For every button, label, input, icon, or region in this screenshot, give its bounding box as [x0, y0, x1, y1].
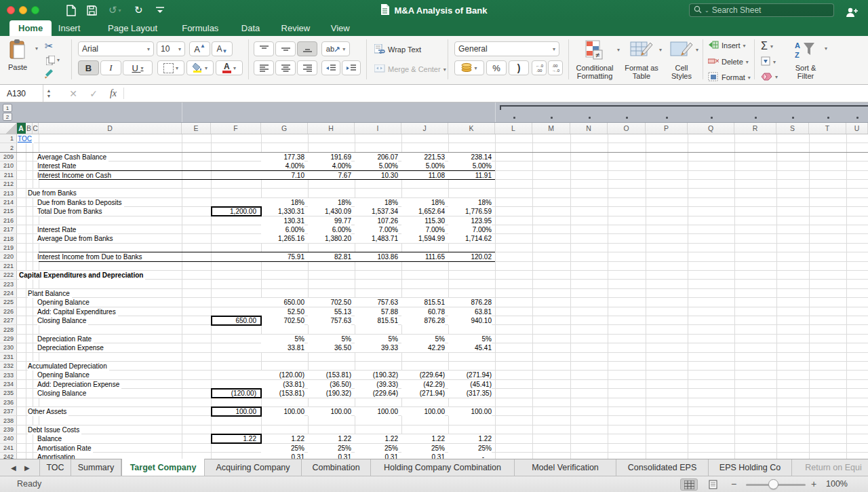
- outline-collapse-dot[interactable]: [711, 117, 713, 119]
- underline-button[interactable]: U ▾: [123, 60, 153, 75]
- row-header-226[interactable]: 226: [0, 307, 17, 316]
- row-header-224[interactable]: 224: [0, 289, 17, 297]
- column-header-I[interactable]: I: [355, 123, 401, 134]
- insert-function-icon[interactable]: fx: [105, 85, 121, 102]
- fill-color-button[interactable]: ▾: [186, 60, 214, 75]
- row-header-225[interactable]: 225: [0, 298, 17, 306]
- ribbon-tab-review[interactable]: Review: [273, 20, 319, 36]
- copy-caret-icon[interactable]: ▾: [57, 57, 60, 63]
- paste-button[interactable]: Paste: [8, 39, 27, 71]
- row-header-230[interactable]: 230: [0, 343, 17, 352]
- zoom-in-icon[interactable]: +: [811, 478, 816, 489]
- row-header-241[interactable]: 241: [0, 444, 17, 452]
- column-header-D[interactable]: D: [39, 123, 182, 134]
- ribbon-tab-view[interactable]: View: [322, 20, 359, 36]
- conditional-formatting-button[interactable]: ≠ Conditional Formatting: [574, 40, 616, 80]
- row-header-237[interactable]: 237: [0, 407, 17, 415]
- currency-format-button[interactable]: ▾: [454, 60, 484, 75]
- sheet-tab-eps-holding-co[interactable]: EPS Holding Co: [709, 459, 792, 476]
- outline-collapse-dot[interactable]: [626, 117, 628, 119]
- ribbon-tab-insert[interactable]: Insert: [50, 20, 90, 36]
- ribbon-tab-home[interactable]: Home: [9, 20, 52, 36]
- column-header-T[interactable]: T: [809, 123, 846, 134]
- search-scope-chevron-icon[interactable]: ⌄: [705, 7, 709, 14]
- sheet-tab-consolidated-eps[interactable]: Consolidated EPS: [616, 459, 709, 476]
- font-name-select[interactable]: Arial▾: [78, 41, 154, 56]
- row-header-239[interactable]: 239: [0, 425, 17, 434]
- column-header-F[interactable]: F: [211, 123, 261, 134]
- align-right-button[interactable]: [297, 60, 317, 75]
- font-color-button[interactable]: A ▾: [216, 60, 243, 75]
- shrink-font-button[interactable]: A▼: [212, 41, 233, 56]
- row-header-212[interactable]: 212: [0, 180, 17, 188]
- row-header-231[interactable]: 231: [0, 353, 17, 361]
- insert-cells-button[interactable]: Insert▾: [708, 40, 746, 51]
- row-header-240[interactable]: 240: [0, 434, 17, 442]
- row-header-219[interactable]: 219: [0, 244, 17, 252]
- row-header-209[interactable]: 209: [0, 153, 17, 161]
- cell-styles-button[interactable]: Cell Styles: [666, 40, 697, 80]
- row-header-217[interactable]: 217: [0, 225, 17, 233]
- format-painter-icon[interactable]: [45, 69, 56, 81]
- cancel-icon[interactable]: ✕: [65, 85, 81, 102]
- sheet-tab-acquiring-company[interactable]: Acquiring Company: [205, 459, 302, 476]
- row-header-210[interactable]: 210: [0, 162, 17, 170]
- copy-icon[interactable]: ▾: [46, 56, 55, 67]
- sheet-tab-return-on-equi[interactable]: Return on Equi: [792, 459, 868, 476]
- row-header-233[interactable]: 233: [0, 371, 17, 379]
- column-header-C[interactable]: C: [33, 123, 39, 134]
- row-header-214[interactable]: 214: [0, 198, 17, 206]
- format-as-table-caret-icon[interactable]: ▾: [659, 47, 662, 53]
- row-header-229[interactable]: 229: [0, 335, 17, 343]
- name-box-stepper[interactable]: ▲▼: [45, 87, 53, 100]
- zoom-out-icon[interactable]: −: [731, 478, 736, 489]
- font-size-select[interactable]: 10▾: [157, 41, 185, 56]
- align-top-button[interactable]: [254, 41, 274, 56]
- normal-view-button[interactable]: [680, 478, 698, 491]
- italic-button[interactable]: I: [100, 60, 121, 75]
- sheet-tab-combination[interactable]: Combination: [302, 459, 371, 476]
- prev-sheet-icon[interactable]: ◀: [11, 459, 16, 476]
- column-header-M[interactable]: M: [532, 123, 570, 134]
- row-header-216[interactable]: 216: [0, 216, 17, 225]
- outline-collapse-dot[interactable]: [551, 117, 553, 119]
- align-middle-button[interactable]: [275, 41, 296, 56]
- increase-indent-button[interactable]: [342, 60, 361, 75]
- column-header-G[interactable]: G: [261, 123, 308, 134]
- format-as-table-button[interactable]: Format as Table: [624, 40, 659, 80]
- ribbon-tab-page-layout[interactable]: Page Layout: [99, 20, 166, 36]
- sheet-tab-model-verification[interactable]: Model Verification: [515, 459, 616, 476]
- name-box[interactable]: A130: [0, 85, 43, 102]
- number-format-select[interactable]: General▾: [454, 41, 559, 56]
- decrease-decimal-button[interactable]: .00→.0: [548, 60, 563, 75]
- column-header-U[interactable]: U: [846, 123, 868, 134]
- grow-font-button[interactable]: A▲: [189, 41, 210, 56]
- column-header-O[interactable]: O: [608, 123, 646, 134]
- column-header-N[interactable]: N: [570, 123, 608, 134]
- outline-collapse-dot[interactable]: [856, 117, 859, 119]
- align-center-button[interactable]: [275, 60, 296, 75]
- confirm-icon[interactable]: ✓: [85, 85, 102, 102]
- column-header-K[interactable]: K: [448, 123, 495, 134]
- percent-style-button[interactable]: %: [486, 60, 507, 75]
- clear-button[interactable]: ▾: [761, 72, 778, 82]
- column-header-R[interactable]: R: [734, 123, 776, 134]
- row-header-215[interactable]: 215: [0, 207, 17, 215]
- column-header-L[interactable]: L: [495, 123, 532, 134]
- fill-down-button[interactable]: ▾: [761, 56, 776, 67]
- increase-decimal-button[interactable]: ←.0.00: [532, 60, 547, 75]
- sort-filter-button[interactable]: AZ Sort & Filter: [788, 40, 823, 80]
- align-bottom-button[interactable]: [297, 41, 317, 56]
- outline-level-1-button[interactable]: 1: [3, 104, 12, 112]
- bold-button[interactable]: B: [78, 60, 99, 75]
- column-header-E[interactable]: E: [182, 123, 211, 134]
- row-header-238[interactable]: 238: [0, 416, 17, 424]
- outline-collapse-dot[interactable]: [792, 117, 794, 119]
- row-header-236[interactable]: 236: [0, 398, 17, 406]
- row-header-221[interactable]: 221: [0, 262, 17, 270]
- column-header-A[interactable]: A: [17, 123, 26, 134]
- column-header-S[interactable]: S: [776, 123, 809, 134]
- cell-link-TOC[interactable]: TOC: [18, 134, 34, 143]
- row-header-218[interactable]: 218: [0, 234, 17, 242]
- row-header-227[interactable]: 227: [0, 316, 17, 324]
